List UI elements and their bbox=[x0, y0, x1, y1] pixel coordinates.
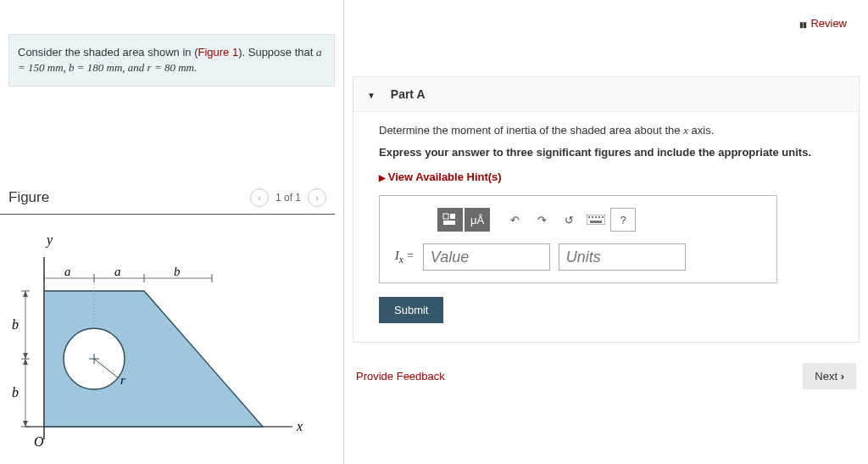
figure-diagram: y x r a a b bbox=[8, 227, 314, 464]
svg-text:a: a bbox=[64, 265, 71, 278]
svg-text:b: b bbox=[12, 317, 19, 332]
svg-text:r: r bbox=[120, 373, 125, 387]
answer-lhs: Ix = bbox=[395, 249, 415, 266]
svg-rect-35 bbox=[592, 216, 593, 218]
submit-button[interactable]: Submit bbox=[379, 297, 443, 323]
svg-text:b: b bbox=[12, 385, 19, 400]
part-a-bold-instruction: Express your answer to three significant… bbox=[379, 146, 833, 159]
svg-rect-32 bbox=[443, 221, 455, 225]
view-hints-link[interactable]: View Available Hint(s) bbox=[379, 171, 833, 183]
svg-rect-34 bbox=[588, 216, 590, 218]
part-a-panel: ▼ Part A Determine the moment of inertia… bbox=[353, 76, 860, 343]
part-a-instruction: Determine the moment of inertia of the s… bbox=[379, 124, 833, 137]
svg-marker-23 bbox=[23, 291, 28, 297]
figure-1-link[interactable]: Figure 1 bbox=[198, 46, 238, 59]
svg-rect-36 bbox=[595, 216, 597, 218]
units-button[interactable]: μÅ bbox=[465, 208, 490, 232]
undo-button[interactable]: ↶ bbox=[502, 208, 527, 232]
svg-marker-26 bbox=[23, 359, 28, 365]
svg-rect-37 bbox=[598, 216, 600, 218]
next-button[interactable]: Next › bbox=[803, 363, 856, 389]
problem-text-prefix: Consider the shaded area shown in ( bbox=[18, 46, 198, 59]
provide-feedback-link[interactable]: Provide Feedback bbox=[356, 370, 445, 383]
problem-text-suffix: ). Suppose that bbox=[238, 46, 316, 59]
svg-text:O: O bbox=[34, 434, 44, 449]
svg-text:x: x bbox=[296, 419, 303, 433]
svg-text:a: a bbox=[114, 265, 121, 278]
value-input[interactable] bbox=[423, 243, 550, 271]
redo-button[interactable]: ↷ bbox=[529, 208, 554, 232]
svg-rect-31 bbox=[450, 214, 455, 219]
svg-marker-25 bbox=[23, 353, 28, 359]
problem-statement: Consider the shaded area shown in (Figur… bbox=[8, 34, 335, 87]
figure-next-button[interactable]: › bbox=[308, 188, 326, 207]
svg-text:b: b bbox=[174, 265, 181, 278]
template-button[interactable] bbox=[437, 208, 463, 232]
svg-rect-39 bbox=[590, 221, 602, 223]
svg-rect-33 bbox=[587, 215, 605, 225]
svg-marker-24 bbox=[23, 421, 28, 427]
review-link[interactable]: Review bbox=[799, 17, 847, 30]
svg-rect-30 bbox=[443, 214, 448, 219]
svg-rect-38 bbox=[602, 216, 604, 218]
collapse-caret-icon: ▼ bbox=[367, 91, 376, 100]
keyboard-button[interactable] bbox=[583, 208, 609, 232]
answer-toolbar: μÅ ↶ ↷ ↺ ? bbox=[437, 208, 761, 232]
svg-text:y: y bbox=[45, 232, 53, 248]
part-a-header[interactable]: ▼ Part A bbox=[353, 77, 859, 112]
figure-prev-button[interactable]: ‹ bbox=[250, 188, 269, 207]
part-a-title: Part A bbox=[391, 87, 426, 101]
figure-title: Figure bbox=[8, 189, 49, 206]
answer-box: μÅ ↶ ↷ ↺ ? Ix = bbox=[379, 195, 777, 283]
units-input[interactable] bbox=[559, 243, 686, 271]
reset-button[interactable]: ↺ bbox=[556, 208, 581, 232]
figure-pager-text: 1 of 1 bbox=[275, 192, 301, 204]
help-button[interactable]: ? bbox=[610, 208, 636, 232]
